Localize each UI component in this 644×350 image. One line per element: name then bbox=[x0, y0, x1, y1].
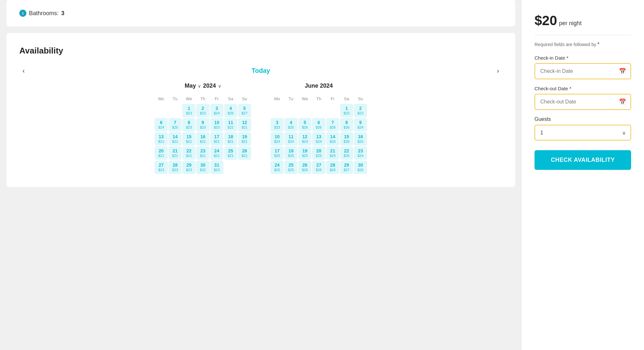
day-cell[interactable]: 25$25 bbox=[284, 160, 298, 174]
day-price: $21 bbox=[169, 140, 181, 144]
day-cell[interactable]: 18$25 bbox=[284, 146, 298, 160]
day-cell[interactable]: 13$24 bbox=[312, 132, 325, 146]
may-year-name: 2024 bbox=[203, 83, 216, 89]
day-cell[interactable]: 2$23 bbox=[354, 104, 367, 117]
day-cell[interactable]: 15$21 bbox=[182, 132, 195, 146]
day-cell[interactable]: 7$25 bbox=[168, 118, 182, 131]
day-number: 17 bbox=[271, 148, 283, 154]
day-cell[interactable]: 22$21 bbox=[182, 146, 195, 160]
day-number: 7 bbox=[327, 120, 339, 125]
day-cell[interactable]: 12$21 bbox=[238, 118, 251, 131]
day-cell[interactable]: 8$23 bbox=[182, 118, 195, 131]
day-cell[interactable]: 26$26 bbox=[298, 160, 311, 174]
day-cell[interactable]: 24$21 bbox=[210, 146, 223, 160]
day-cell[interactable]: 21$25 bbox=[326, 146, 339, 160]
day-cell[interactable]: 16$25 bbox=[354, 132, 367, 146]
may-year-arrow[interactable]: ∨ bbox=[218, 83, 221, 89]
day-cell[interactable]: 28$23 bbox=[168, 160, 182, 174]
day-number: 13 bbox=[313, 134, 325, 140]
day-cell[interactable]: 12$24 bbox=[298, 132, 311, 146]
day-cell[interactable]: 2$23 bbox=[196, 104, 209, 117]
day-cell[interactable]: 19$25 bbox=[298, 146, 311, 160]
guests-select[interactable]: 12345678 bbox=[535, 125, 630, 140]
bathrooms-label: Bathrooms: bbox=[29, 10, 59, 17]
day-cell[interactable]: 17$21 bbox=[210, 132, 223, 146]
day-cell[interactable]: 7$26 bbox=[326, 118, 339, 131]
day-cell[interactable]: 30$26 bbox=[354, 160, 367, 174]
day-cell[interactable]: 19$21 bbox=[238, 132, 251, 146]
day-price: $25 bbox=[169, 125, 181, 130]
day-cell[interactable]: 31$23 bbox=[210, 160, 223, 174]
day-cell[interactable]: 21$21 bbox=[168, 146, 182, 160]
day-cell[interactable]: 13$21 bbox=[155, 132, 168, 146]
day-cell[interactable]: 3$23 bbox=[270, 118, 284, 131]
day-cell[interactable]: 11$24 bbox=[284, 132, 298, 146]
day-number: 29 bbox=[341, 162, 353, 168]
day-price: $26 bbox=[299, 125, 311, 130]
day-number: 6 bbox=[155, 120, 167, 125]
day-number: 12 bbox=[299, 134, 311, 140]
day-cell[interactable]: 24$25 bbox=[270, 160, 284, 174]
day-number: 1 bbox=[183, 106, 195, 111]
today-button[interactable]: Today bbox=[251, 67, 270, 74]
price-amount: $20 bbox=[535, 13, 557, 28]
day-cell[interactable]: 15$26 bbox=[340, 132, 353, 146]
day-cell[interactable]: 1$23 bbox=[340, 104, 353, 117]
day-cell[interactable]: 27$26 bbox=[312, 160, 325, 174]
day-cell[interactable]: 14$21 bbox=[168, 132, 182, 146]
day-number: 4 bbox=[225, 106, 237, 111]
checkin-input[interactable] bbox=[535, 64, 630, 79]
day-cell[interactable]: 6$24 bbox=[155, 118, 168, 131]
day-cell[interactable]: 4$26 bbox=[224, 104, 237, 117]
day-cell[interactable]: 5$27 bbox=[238, 104, 251, 117]
day-cell[interactable]: 14$26 bbox=[326, 132, 339, 146]
day-number: 21 bbox=[169, 148, 181, 154]
prev-month-button[interactable]: ‹ bbox=[19, 65, 28, 76]
check-availability-button[interactable]: Check Availability bbox=[535, 150, 631, 170]
required-note: Required fields are followed by * bbox=[535, 42, 631, 47]
day-cell[interactable]: 6$26 bbox=[312, 118, 325, 131]
day-cell[interactable]: 23$21 bbox=[196, 146, 209, 160]
day-cell[interactable]: 8$26 bbox=[340, 118, 353, 131]
day-price: $25 bbox=[341, 154, 353, 158]
day-cell[interactable]: 20$25 bbox=[312, 146, 325, 160]
next-month-button[interactable]: › bbox=[494, 65, 502, 76]
day-cell[interactable]: 9$24 bbox=[354, 118, 367, 131]
day-cell[interactable]: 29$23 bbox=[182, 160, 195, 174]
june-header: June 2024 bbox=[270, 83, 367, 89]
day-cell[interactable]: 11$22 bbox=[224, 118, 237, 131]
day-cell[interactable]: 25$21 bbox=[224, 146, 237, 160]
day-cell[interactable]: 3$24 bbox=[210, 104, 223, 117]
checkin-label: Check-in Date * bbox=[535, 55, 631, 61]
day-cell[interactable]: 26$21 bbox=[238, 146, 251, 160]
day-cell[interactable]: 27$23 bbox=[155, 160, 168, 174]
may-month-arrow[interactable]: ∨ bbox=[198, 83, 201, 89]
day-cell[interactable]: 30$22 bbox=[196, 160, 209, 174]
day-price: $23 bbox=[341, 111, 353, 115]
day-cell[interactable]: 9$23 bbox=[196, 118, 209, 131]
day-price: $24 bbox=[155, 125, 167, 130]
day-cell[interactable]: 16$21 bbox=[196, 132, 209, 146]
day-price: $23 bbox=[197, 111, 209, 115]
day-cell[interactable]: 23$24 bbox=[354, 146, 367, 160]
day-cell[interactable]: 10$23 bbox=[210, 118, 223, 131]
checkout-input[interactable] bbox=[535, 94, 630, 109]
day-cell[interactable]: 1$23 bbox=[182, 104, 195, 117]
day-number: 17 bbox=[211, 134, 223, 140]
day-price: $21 bbox=[183, 154, 195, 158]
day-cell[interactable]: 29$27 bbox=[340, 160, 353, 174]
day-cell[interactable]: 28$26 bbox=[326, 160, 339, 174]
day-price: $26 bbox=[327, 125, 339, 130]
day-cell[interactable]: 17$25 bbox=[270, 146, 284, 160]
day-cell[interactable]: 18$21 bbox=[224, 132, 237, 146]
day-cell[interactable]: 20$21 bbox=[155, 146, 168, 160]
day-cell[interactable]: 4$25 bbox=[284, 118, 298, 131]
day-number: 10 bbox=[211, 120, 223, 125]
day-cell[interactable]: 5$26 bbox=[298, 118, 311, 131]
price-row: $20 per night bbox=[535, 13, 631, 28]
day-price: $27 bbox=[341, 168, 353, 172]
day-cell[interactable]: 22$25 bbox=[340, 146, 353, 160]
day-price: $26 bbox=[341, 140, 353, 144]
day-cell[interactable]: 10$24 bbox=[270, 132, 284, 146]
day-number: 31 bbox=[211, 162, 223, 168]
